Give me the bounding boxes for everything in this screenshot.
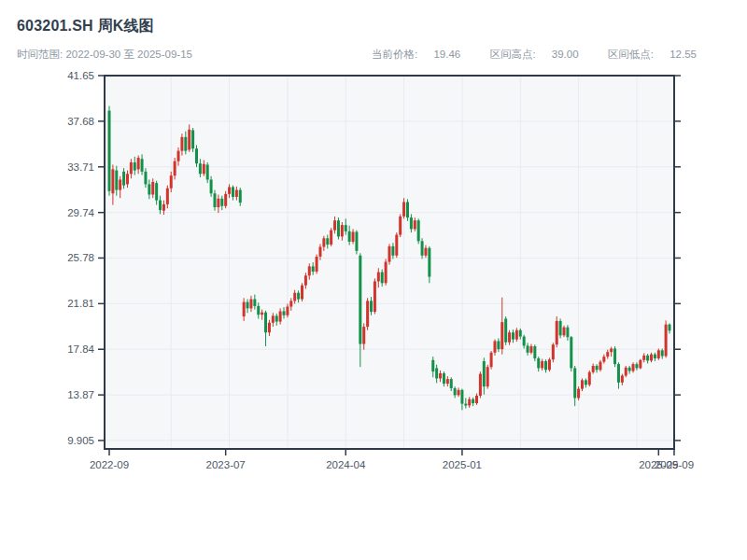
svg-text:29.74: 29.74 [67,207,94,218]
kline-chart-svg: 41.6537.6833.7129.7425.7821.8117.8413.87… [0,0,747,560]
svg-text:21.81: 21.81 [67,298,94,309]
svg-text:2025-09: 2025-09 [655,459,694,470]
svg-text:41.65: 41.65 [67,70,94,81]
kline-chart: 41.6537.6833.7129.7425.7821.8117.8413.87… [0,0,747,560]
svg-text:2025-01: 2025-01 [443,459,482,470]
svg-text:37.68: 37.68 [67,116,94,127]
svg-text:2022-09: 2022-09 [90,459,129,470]
svg-text:25.78: 25.78 [67,252,94,263]
svg-text:2024-04: 2024-04 [326,459,366,470]
svg-text:13.87: 13.87 [67,389,94,400]
svg-text:2023-07: 2023-07 [206,459,246,470]
svg-text:33.71: 33.71 [67,161,94,173]
svg-text:17.84: 17.84 [67,343,94,355]
svg-text:9.905: 9.905 [67,435,94,446]
